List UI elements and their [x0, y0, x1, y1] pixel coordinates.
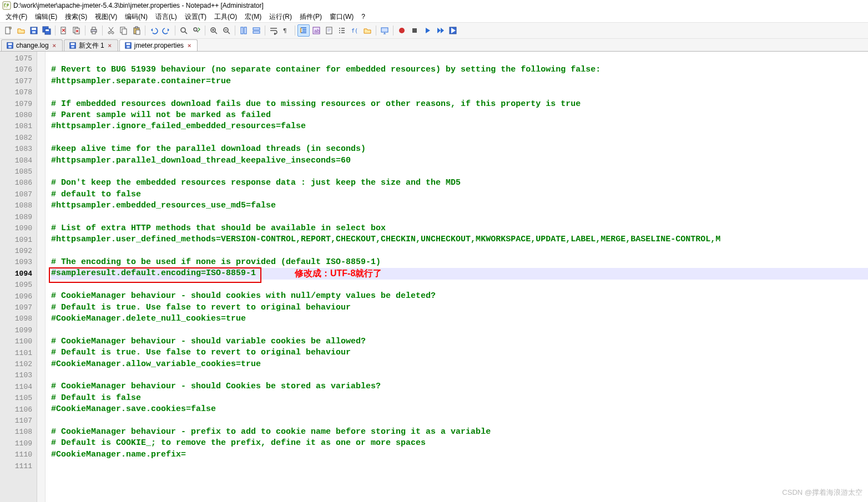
cut-icon[interactable]: [105, 24, 117, 37]
menu-item[interactable]: 插件(P): [296, 12, 325, 22]
disk-icon: [69, 42, 77, 49]
zoom-out-icon[interactable]: [220, 24, 233, 37]
code-line: #CookieManager.allow_variable_cookies=tr…: [51, 359, 868, 370]
lang-icon[interactable]: ab: [310, 24, 322, 37]
app-icon: [2, 1, 11, 10]
svg-rect-13: [92, 27, 95, 29]
monitor-icon[interactable]: [379, 24, 391, 37]
code-line: # CookieManager behaviour - should varia…: [51, 336, 868, 347]
svg-rect-47: [127, 46, 129, 48]
code-line: # Default is true. Use false to revert t…: [51, 302, 868, 313]
code-line: #httpsampler.ignore_failed_embedded_reso…: [51, 121, 868, 132]
zoom-in-icon[interactable]: [208, 24, 220, 37]
find-icon[interactable]: [178, 24, 190, 37]
tab-bar: change.log×新文件 1×jmeter.properties×: [0, 39, 868, 52]
svg-point-22: [181, 28, 185, 32]
window-title: D:\work\jmeter\apache-jmeter-5.4.3\bin\j…: [13, 0, 264, 11]
menu-item[interactable]: ?: [358, 12, 369, 21]
code-line: #httpsampler.user_defined_methods=VERSIO…: [51, 234, 868, 245]
doc-map-icon[interactable]: [323, 24, 335, 37]
function-list-icon[interactable]: f(): [349, 24, 361, 37]
show-all-chars-icon[interactable]: ¶: [280, 24, 292, 37]
code-content[interactable]: # Revert to BUG 51939 behaviour (no sepa…: [46, 52, 868, 502]
menu-item[interactable]: 窗口(W): [326, 12, 357, 22]
toolbar-separator: [393, 26, 393, 36]
sync-v-icon[interactable]: [238, 24, 250, 37]
code-line: [51, 166, 868, 178]
undo-icon[interactable]: [148, 24, 160, 37]
replace-icon[interactable]: [190, 24, 203, 37]
code-line: [51, 280, 868, 291]
paste-icon[interactable]: [130, 24, 143, 37]
menu-item[interactable]: 文件(F): [2, 12, 31, 22]
tab-close-icon[interactable]: ×: [107, 42, 113, 49]
svg-rect-35: [381, 28, 388, 32]
tab[interactable]: 新文件 1×: [64, 39, 118, 51]
toolbar-separator: [265, 26, 265, 36]
code-line: [51, 246, 868, 257]
svg-rect-4: [32, 28, 36, 30]
svg-point-15: [108, 32, 110, 34]
svg-rect-0: [3, 2, 11, 9]
menu-item[interactable]: 工具(O): [211, 12, 240, 22]
redo-icon[interactable]: [160, 24, 173, 37]
save-macro-icon[interactable]: [447, 24, 459, 37]
open-file-icon[interactable]: [15, 24, 27, 37]
menu-item[interactable]: 宏(M): [241, 12, 265, 22]
play-icon[interactable]: [421, 24, 433, 37]
menu-item[interactable]: 编码(N): [122, 12, 151, 22]
code-line: #CookieManager.save.cookies=false: [51, 404, 868, 415]
code-line: # List of extra HTTP methods that should…: [51, 223, 868, 234]
code-line: [51, 370, 868, 381]
svg-rect-2: [9, 27, 11, 29]
tab-label: 新文件 1: [79, 41, 104, 50]
toolbar-separator: [145, 26, 145, 36]
menu-item[interactable]: 语言(L): [152, 12, 180, 22]
record-icon[interactable]: [396, 24, 408, 37]
menu-item[interactable]: 运行(R): [266, 12, 295, 22]
svg-rect-26: [241, 27, 243, 34]
code-line: # The encoding to be used if none is pro…: [51, 257, 868, 268]
code-line: [51, 53, 868, 64]
play-multi-icon[interactable]: [434, 24, 446, 37]
code-line: #httpsampler.embedded_resources_use_md5=…: [51, 200, 868, 211]
code-line: [51, 133, 868, 144]
code-line: # CookieManager behaviour - should Cooki…: [51, 381, 868, 392]
menu-item[interactable]: 视图(V): [92, 12, 120, 22]
svg-rect-28: [253, 28, 260, 30]
toolbar-separator: [295, 26, 295, 36]
toolbar-separator: [175, 26, 175, 36]
svg-text:¶: ¶: [283, 27, 287, 34]
toolbar-separator: [205, 26, 205, 36]
save-icon[interactable]: [28, 24, 40, 37]
word-wrap-icon[interactable]: [268, 24, 280, 37]
indent-guide-icon[interactable]: [297, 24, 310, 37]
code-line: # Parent sample will not be marked as fa…: [51, 110, 868, 121]
tab-close-icon[interactable]: ×: [51, 42, 58, 49]
svg-point-16: [112, 32, 114, 34]
svg-rect-14: [92, 32, 95, 34]
code-line: # Revert to BUG 51939 behaviour (no sepa…: [51, 64, 868, 75]
code-line: # CookieManager behaviour - should cooki…: [51, 291, 868, 302]
copy-icon[interactable]: [118, 24, 130, 37]
tab[interactable]: change.log×: [1, 39, 63, 51]
menu-item[interactable]: 设置(T): [181, 12, 210, 22]
sync-h-icon[interactable]: [250, 24, 263, 37]
close-icon[interactable]: [58, 24, 70, 37]
tab-label: change.log: [16, 42, 49, 49]
line-number-gutter: 1075107610771078107910801081108210831084…: [0, 52, 37, 502]
close-all-icon[interactable]: [70, 24, 83, 37]
tab[interactable]: jmeter.properties×: [119, 39, 198, 51]
menu-item[interactable]: 编辑(E): [32, 12, 60, 22]
toolbar-separator: [85, 26, 85, 36]
save-all-icon[interactable]: [41, 24, 53, 37]
new-file-icon[interactable]: [2, 24, 14, 37]
svg-rect-29: [253, 31, 260, 33]
code-line: #keep alive time for the parallel downlo…: [51, 144, 868, 155]
tab-close-icon[interactable]: ×: [186, 42, 193, 49]
menu-item[interactable]: 搜索(S): [62, 12, 90, 22]
folder-icon[interactable]: [361, 24, 374, 37]
stop-record-icon[interactable]: [408, 24, 421, 37]
print-icon[interactable]: [88, 24, 100, 37]
doc-list-icon[interactable]: [336, 24, 348, 37]
